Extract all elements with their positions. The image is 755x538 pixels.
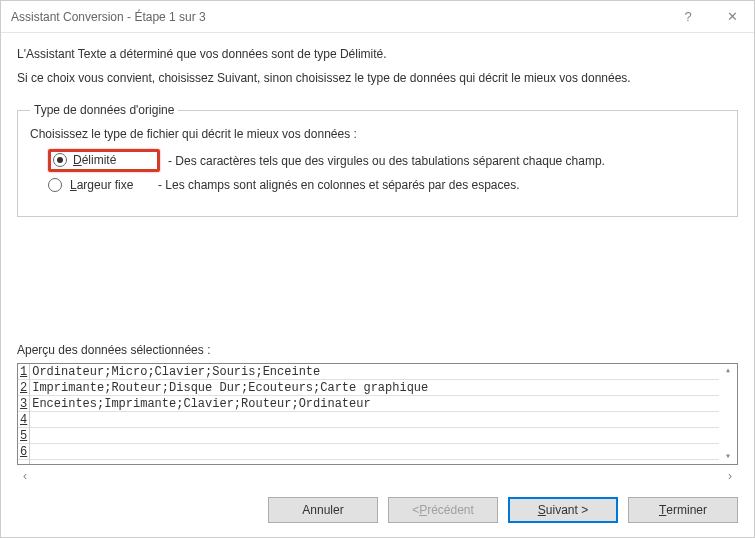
lineno: 3 (18, 396, 29, 412)
preview-row: Imprimante;Routeur;Disque Dur;Ecouteurs;… (30, 380, 719, 396)
scroll-down-icon[interactable]: ▾ (725, 452, 731, 462)
preview-row: Ordinateur;Micro;Clavier;Souris;Enceinte (30, 364, 719, 380)
window-title: Assistant Conversion - Étape 1 sur 3 (11, 10, 666, 24)
help-button[interactable]: ? (666, 1, 710, 33)
preview-row: Enceintes;Imprimante;Clavier;Routeur;Ord… (30, 396, 719, 412)
radio-delimited[interactable] (53, 153, 67, 167)
radio-delimited-label: Délimité (73, 153, 153, 167)
finish-button[interactable]: Terminer (628, 497, 738, 523)
lineno: 2 (18, 380, 29, 396)
help-icon: ? (684, 9, 691, 24)
radio-row-delimited[interactable]: Délimité - Des caractères tels que des v… (48, 149, 725, 172)
radio-fixed-desc: - Les champs sont alignés en colonnes et… (158, 178, 520, 192)
preview-row (30, 428, 719, 444)
lineno: 1 (18, 364, 29, 380)
radio-delimited-desc: - Des caractères tels que des virgules o… (168, 154, 605, 168)
lineno: 4 (18, 412, 29, 428)
back-button: < Précédent (388, 497, 498, 523)
wizard-dialog: Assistant Conversion - Étape 1 sur 3 ? ✕… (0, 0, 755, 538)
preview-box: 1 2 3 4 5 6 Ordinateur;Micro;Clavier;Sou… (17, 363, 738, 465)
preview-lines: Ordinateur;Micro;Clavier;Souris;Enceinte… (30, 364, 719, 464)
scroll-up-icon[interactable]: ▴ (725, 366, 731, 376)
preview-row (30, 444, 719, 460)
radio-row-fixed[interactable]: Largeur fixe - Les champs sont alignés e… (48, 178, 725, 192)
origin-group: Type de données d'origine Choisissez le … (17, 103, 738, 217)
preview-horizontal-scrollbar[interactable]: ‹ › (17, 465, 738, 487)
highlight-delimited: Délimité (48, 149, 160, 172)
radio-fixed[interactable] (48, 178, 62, 192)
titlebar: Assistant Conversion - Étape 1 sur 3 ? ✕ (1, 1, 754, 33)
origin-group-legend: Type de données d'origine (30, 103, 178, 117)
scroll-right-icon[interactable]: › (728, 469, 732, 483)
preview-vertical-scrollbar[interactable]: ▴ ▾ (719, 364, 737, 464)
preview-line-numbers: 1 2 3 4 5 6 (18, 364, 30, 464)
lineno: 6 (18, 444, 29, 460)
dialog-content: L'Assistant Texte a déterminé que vos do… (1, 33, 754, 487)
cancel-button[interactable]: Annuler (268, 497, 378, 523)
close-button[interactable]: ✕ (710, 1, 754, 33)
lineno: 5 (18, 428, 29, 444)
preview-label: Aperçu des données sélectionnées : (17, 343, 738, 357)
close-icon: ✕ (727, 9, 738, 24)
intro-text-2: Si ce choix vous convient, choisissez Su… (17, 71, 738, 85)
scroll-left-icon[interactable]: ‹ (23, 469, 27, 483)
intro-text-1: L'Assistant Texte a déterminé que vos do… (17, 47, 738, 61)
next-button[interactable]: Suivant > (508, 497, 618, 523)
button-row: Annuler < Précédent Suivant > Terminer (1, 487, 754, 537)
radio-fixed-label: Largeur fixe (70, 178, 150, 192)
preview-row (30, 412, 719, 428)
origin-instruction: Choisissez le type de fichier qui décrit… (30, 127, 725, 141)
